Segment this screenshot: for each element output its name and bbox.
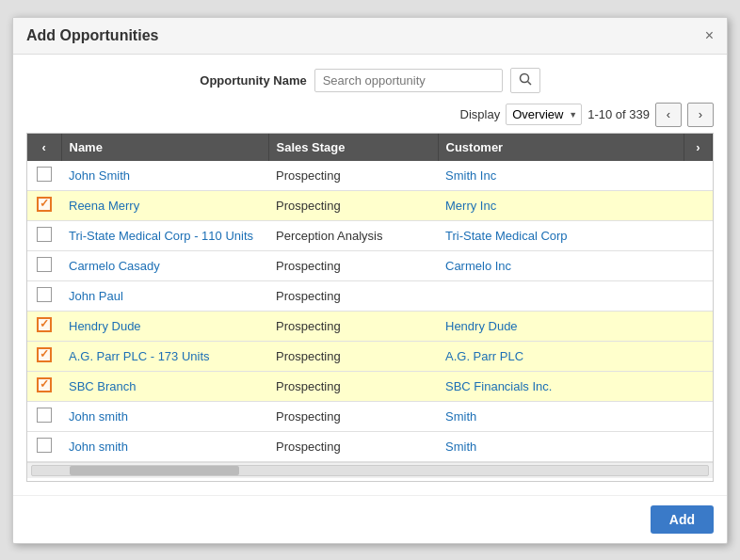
pagination-info: 1-10 of 339	[587, 107, 650, 121]
dialog-footer: Add	[13, 495, 727, 543]
checkbox-cell[interactable]	[27, 190, 61, 220]
checkbox-cell[interactable]	[27, 311, 61, 341]
cell-nav	[684, 220, 713, 250]
cell-nav	[684, 311, 713, 341]
header-customer: Customer	[438, 134, 684, 161]
table-header-row: ‹ Name Sales Stage Customer ›	[27, 134, 713, 161]
add-opportunities-dialog: Add Opportunities × Opportunity Name Dis…	[12, 17, 728, 544]
horizontal-scrollbar[interactable]	[27, 462, 713, 478]
checkbox-checked[interactable]	[37, 347, 52, 362]
table-row: John SmithProspectingSmith Inc	[27, 161, 713, 191]
table-row: Reena MerryProspectingMerry Inc	[27, 190, 713, 220]
checkbox-unchecked[interactable]	[37, 167, 52, 182]
dialog-header: Add Opportunities ×	[13, 18, 727, 55]
cell-nav	[684, 401, 713, 431]
checkbox-checked[interactable]	[37, 197, 52, 212]
cell-stage: Prospecting	[268, 161, 438, 191]
search-input[interactable]	[314, 69, 503, 92]
cell-customer: Smith Inc	[438, 161, 684, 191]
checkbox-cell[interactable]	[27, 341, 61, 371]
name-link[interactable]: Tri-State Medical Corp - 110 Units	[69, 229, 253, 243]
svg-point-0	[520, 73, 528, 82]
cell-nav	[684, 161, 713, 191]
cell-customer: A.G. Parr PLC	[438, 341, 684, 371]
name-link[interactable]: A.G. Parr PLC - 173 Units	[69, 349, 210, 363]
checkbox-unchecked[interactable]	[37, 227, 52, 242]
name-link[interactable]: John Paul	[69, 289, 123, 303]
checkbox-unchecked[interactable]	[37, 408, 52, 423]
customer-link[interactable]: A.G. Parr PLC	[445, 349, 523, 363]
search-bar: Opportunity Name	[26, 68, 714, 93]
display-select[interactable]: Overview	[506, 104, 582, 125]
cell-stage: Perception Analysis	[268, 220, 438, 250]
header-name: Name	[61, 134, 268, 161]
customer-link[interactable]: Smith	[445, 409, 476, 424]
cell-customer: Carmelo Inc	[438, 250, 684, 280]
checkbox-unchecked[interactable]	[37, 438, 52, 453]
customer-link[interactable]: Hendry Dude	[445, 319, 518, 333]
checkbox-cell[interactable]	[27, 431, 61, 461]
checkbox-cell[interactable]	[27, 280, 61, 311]
cell-name: John Paul	[61, 280, 268, 311]
cell-customer: Merry Inc	[438, 190, 684, 220]
cell-name: Carmelo Casady	[61, 250, 268, 280]
customer-link[interactable]: Merry Inc	[445, 199, 496, 213]
col-next-icon[interactable]: ›	[696, 140, 700, 154]
checkbox-cell[interactable]	[27, 161, 61, 191]
checkbox-checked[interactable]	[37, 377, 52, 392]
add-button[interactable]: Add	[651, 505, 714, 534]
display-label: Display	[460, 107, 501, 121]
search-button[interactable]	[510, 68, 540, 93]
name-link[interactable]: John Smith	[69, 168, 130, 183]
name-link[interactable]: John smith	[69, 440, 128, 454]
opportunities-table: ‹ Name Sales Stage Customer › John Smith…	[27, 134, 713, 462]
table-row: A.G. Parr PLC - 173 UnitsProspectingA.G.…	[27, 341, 713, 371]
cell-nav	[684, 190, 713, 220]
table-row: Tri-State Medical Corp - 110 UnitsPercep…	[27, 220, 713, 250]
cell-name: SBC Branch	[61, 371, 268, 401]
name-link[interactable]: Hendry Dude	[69, 319, 141, 333]
checkbox-cell[interactable]	[27, 250, 61, 280]
header-stage: Sales Stage	[268, 134, 438, 161]
name-link[interactable]: Reena Merry	[69, 199, 139, 213]
cell-name: Tri-State Medical Corp - 110 Units	[61, 220, 268, 250]
cell-name: A.G. Parr PLC - 173 Units	[61, 341, 268, 371]
checkbox-cell[interactable]	[27, 401, 61, 431]
customer-link[interactable]: Smith	[445, 440, 476, 454]
table-container: ‹ Name Sales Stage Customer › John Smith…	[26, 133, 714, 482]
header-check: ‹	[27, 134, 61, 161]
name-link[interactable]: Carmelo Casady	[69, 259, 160, 273]
prev-page-button[interactable]: ‹	[655, 103, 682, 127]
checkbox-checked[interactable]	[37, 317, 52, 332]
search-label: Opportunity Name	[200, 73, 306, 88]
name-link[interactable]: John smith	[69, 409, 128, 424]
customer-link[interactable]: Smith Inc	[445, 168, 496, 183]
customer-link[interactable]: SBC Financials Inc.	[445, 379, 552, 393]
col-prev-icon[interactable]: ‹	[42, 140, 46, 154]
cell-customer: Smith	[438, 401, 684, 431]
cell-stage: Prospecting	[268, 431, 438, 461]
cell-stage: Prospecting	[268, 341, 438, 371]
table-row: SBC BranchProspectingSBC Financials Inc.	[27, 371, 713, 401]
name-link[interactable]: SBC Branch	[69, 379, 137, 393]
cell-customer: Hendry Dude	[438, 311, 684, 341]
table-body: John SmithProspectingSmith IncReena Merr…	[27, 161, 713, 462]
cell-stage: Prospecting	[268, 190, 438, 220]
checkbox-unchecked[interactable]	[37, 257, 52, 272]
next-page-button[interactable]: ›	[687, 103, 714, 127]
cell-stage: Prospecting	[268, 311, 438, 341]
cell-stage: Prospecting	[268, 401, 438, 431]
checkbox-cell[interactable]	[27, 220, 61, 250]
cell-stage: Prospecting	[268, 280, 438, 311]
display-select-wrapper: Overview	[506, 104, 582, 125]
cell-customer: Tri-State Medical Corp	[438, 220, 684, 250]
table-row: Hendry DudeProspectingHendry Dude	[27, 311, 713, 341]
checkbox-cell[interactable]	[27, 371, 61, 401]
close-button[interactable]: ×	[705, 28, 714, 43]
cell-customer: Smith	[438, 431, 684, 461]
cell-customer	[438, 280, 684, 311]
cell-nav	[684, 431, 713, 461]
customer-link[interactable]: Tri-State Medical Corp	[445, 229, 568, 243]
customer-link[interactable]: Carmelo Inc	[445, 259, 511, 273]
checkbox-unchecked[interactable]	[37, 287, 52, 302]
